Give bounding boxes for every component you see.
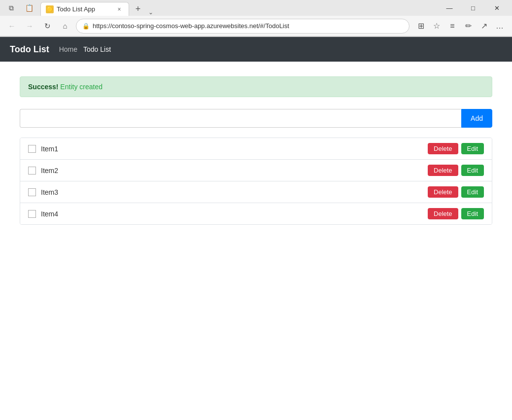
todo-label-4: Item4 xyxy=(41,210,428,218)
todo-actions-1: DeleteEdit xyxy=(428,143,484,154)
tab-bar: 🟡 Todo List App × + ⌄ xyxy=(40,0,434,16)
pen-icon[interactable]: ✏ xyxy=(461,19,476,34)
active-tab[interactable]: 🟡 Todo List App × xyxy=(40,2,129,16)
todo-list: Item1DeleteEditItem2DeleteEditItem3Delet… xyxy=(20,138,492,225)
minimize-button[interactable]: — xyxy=(438,0,461,16)
lock-icon: 🔒 xyxy=(82,23,90,30)
add-button[interactable]: Add xyxy=(461,109,492,128)
edit-button-2[interactable]: Edit xyxy=(461,165,484,176)
todo-item: Item3DeleteEdit xyxy=(20,181,492,203)
edit-button-3[interactable]: Edit xyxy=(461,186,484,198)
reader-view-icon[interactable]: ⊞ xyxy=(413,19,428,34)
todo-checkbox-4[interactable] xyxy=(28,210,36,218)
navbar: Todo List Home Todo List xyxy=(0,37,512,62)
nav-link-todolist[interactable]: Todo List xyxy=(83,45,111,53)
todo-label-1: Item1 xyxy=(41,145,428,153)
edit-button-1[interactable]: Edit xyxy=(461,143,484,154)
add-input[interactable] xyxy=(20,109,461,128)
collections-icon[interactable]: ≡ xyxy=(445,19,460,34)
title-bar-left: ⧉ 📋 xyxy=(4,0,36,15)
app-window: Todo List Home Todo List Success! Entity… xyxy=(0,37,512,420)
title-bar: ⧉ 📋 🟡 Todo List App × + ⌄ — □ ✕ xyxy=(0,0,512,16)
delete-button-2[interactable]: Delete xyxy=(428,165,458,176)
address-bar: ← → ↻ ⌂ 🔒 https://contoso-spring-cosmos-… xyxy=(0,16,512,36)
maximize-button[interactable]: □ xyxy=(462,0,484,16)
sessions-icon[interactable]: ⧉ xyxy=(4,0,19,15)
delete-button-1[interactable]: Delete xyxy=(428,143,458,154)
todo-label-2: Item2 xyxy=(41,167,428,175)
forward-button[interactable]: → xyxy=(23,19,36,33)
more-icon[interactable]: … xyxy=(492,19,507,34)
todo-actions-3: DeleteEdit xyxy=(428,186,484,198)
tab-close-button[interactable]: × xyxy=(115,5,124,14)
todo-checkbox-3[interactable] xyxy=(28,188,36,196)
tab-dropdown-button[interactable]: ⌄ xyxy=(145,9,157,16)
todo-item: Item4DeleteEdit xyxy=(20,203,492,224)
navbar-brand: Todo List xyxy=(10,44,49,55)
main-content: Success! Entity created Add Item1DeleteE… xyxy=(0,62,512,240)
todo-actions-2: DeleteEdit xyxy=(428,165,484,176)
tabs-icon[interactable]: 📋 xyxy=(22,0,36,15)
add-form: Add xyxy=(20,109,492,128)
home-button[interactable]: ⌂ xyxy=(58,19,72,33)
success-alert: Success! Entity created xyxy=(20,76,492,97)
address-text: https://contoso-spring-cosmos-web-app.az… xyxy=(93,22,403,30)
browser-chrome: ⧉ 📋 🟡 Todo List App × + ⌄ — □ ✕ ← → ↻ ⌂ … xyxy=(0,0,512,37)
close-button[interactable]: ✕ xyxy=(485,0,508,16)
refresh-button[interactable]: ↻ xyxy=(40,19,54,33)
delete-button-3[interactable]: Delete xyxy=(428,186,458,198)
favorites-icon[interactable]: ☆ xyxy=(429,19,444,34)
browser-toolbar-icons: ⊞ ☆ ≡ ✏ ↗ … xyxy=(413,19,507,34)
nav-link-home[interactable]: Home xyxy=(59,45,77,53)
todo-item: Item1DeleteEdit xyxy=(20,138,492,160)
window-controls: — □ ✕ xyxy=(438,0,508,16)
todo-label-3: Item3 xyxy=(41,188,428,196)
todo-checkbox-2[interactable] xyxy=(28,167,36,175)
todo-item: Item2DeleteEdit xyxy=(20,160,492,181)
back-button[interactable]: ← xyxy=(5,19,19,33)
alert-message: Entity created xyxy=(58,83,102,91)
todo-checkbox-1[interactable] xyxy=(28,145,36,153)
todo-actions-4: DeleteEdit xyxy=(428,208,484,219)
address-input-container[interactable]: 🔒 https://contoso-spring-cosmos-web-app.… xyxy=(76,19,410,34)
new-tab-button[interactable]: + xyxy=(131,2,145,16)
delete-button-4[interactable]: Delete xyxy=(428,208,458,219)
tab-title: Todo List App xyxy=(57,5,95,13)
tab-favicon: 🟡 xyxy=(46,5,54,13)
alert-strong: Success! xyxy=(28,83,58,91)
share-icon[interactable]: ↗ xyxy=(477,19,491,34)
edit-button-4[interactable]: Edit xyxy=(461,208,484,219)
